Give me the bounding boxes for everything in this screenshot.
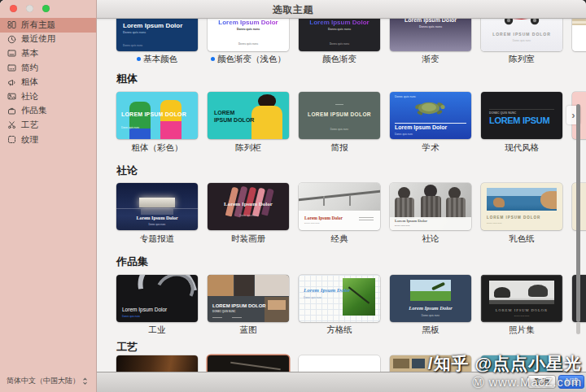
theme-label: 粗体（彩色）: [112, 142, 203, 154]
thumb-subtitle: DONEC QUIS NUNC: [212, 310, 236, 313]
theme-label: 工业: [112, 324, 203, 336]
sidebar-item-label: 所有主题: [21, 20, 55, 31]
theme-label-text: 工业: [149, 324, 166, 334]
theme-label-text: 简报: [331, 142, 348, 152]
thumb-title: LOREM IPSUM: [489, 115, 549, 125]
thumb-title-line2: IPSUM DOLOR: [214, 117, 254, 123]
theme-label-text: 渐变: [422, 54, 440, 63]
sidebar-item-label: 最近使用: [21, 33, 55, 45]
theme-thumbnail-modern[interactable]: DONEC QUIS NUNC LOREM IPSUM: [481, 92, 562, 139]
vertical-scrollbar-track[interactable]: [576, 322, 580, 334]
sidebar-item-bold[interactable]: 粗体: [0, 75, 96, 89]
vertical-scrollbar[interactable]: [576, 104, 580, 322]
art-shape: [212, 317, 222, 318]
theme-label-text: 乳色纸: [509, 233, 535, 243]
art-shape: [268, 300, 286, 310]
art-shape: [487, 188, 557, 211]
thumb-title: Lorem Ipsum Dolor: [304, 287, 351, 294]
theme-label-text: 颜色渐变: [322, 54, 356, 63]
thumb-subtitle: Donec quis nunc: [487, 222, 502, 224]
art-shape: [139, 198, 175, 207]
art-shape: [395, 123, 466, 124]
sea-turtle-icon: [411, 99, 448, 118]
theme-label-text: 学术: [422, 142, 440, 152]
thumb-footnote: Donec quis nunc: [208, 42, 289, 46]
art-shape: [129, 102, 151, 139]
theme-thumbnail-photo-album[interactable]: LOREM IPSUM DOLOR Donec quis nunc: [481, 275, 562, 322]
theme-label-text: 经典: [331, 233, 348, 243]
theme-label: 学术: [385, 142, 476, 154]
art-shape: [348, 286, 370, 303]
sidebar-item-label: 工艺: [21, 120, 38, 131]
art-shape: [335, 104, 343, 105]
thumb-title: Lorem Ipsum Dolor: [395, 124, 447, 130]
thumb-title: Lorem Ipsum Dolor: [390, 305, 471, 311]
theme-thumbnail-blueprint[interactable]: LOREM IPSUM DOLOR DONEC QUIS NUNC: [208, 275, 289, 322]
art-shape: [412, 359, 425, 368]
theme-label-text: 方格纸: [326, 324, 352, 334]
sidebar-item-texture[interactable]: 纹理: [0, 133, 96, 147]
theme-thumbnail-classic[interactable]: Lorem Ipsum Dolor Donec quis nunc: [299, 183, 380, 230]
updown-chevron-icon: [82, 377, 88, 385]
theme-label: 时装画册: [203, 233, 294, 245]
theme-label-text: 粗体（彩色）: [132, 142, 183, 152]
section-header-craft: 工艺: [116, 340, 138, 355]
thumb-subtitle: Donec quis nunc: [299, 28, 380, 31]
theme-label: 黑板: [385, 324, 476, 336]
thumb-title: Lorem Ipsum Dolor: [208, 19, 289, 26]
theme-thumbnail-editorial[interactable]: Lorem Ipsum Dolor Donec quis nunc: [390, 183, 471, 230]
theme-thumbnail-industrial[interactable]: Lorem Ipsum Dolor Donec quis nunc: [116, 275, 198, 322]
minimize-button[interactable]: [26, 5, 33, 12]
thumb-subtitle: DONEC QUIS NUNC: [489, 111, 516, 115]
sidebar: 所有主题 最近使用 基本 简约 粗体 社论: [0, 0, 97, 392]
scissors-icon: [7, 120, 16, 129]
theme-label: 蓝图: [203, 324, 294, 336]
thumb-title: Lorem Ipsum Dolor: [304, 216, 343, 220]
theme-label: 社论: [385, 233, 476, 245]
theme-label-text: 黑板: [422, 324, 440, 334]
theme-thumbnail-grid-paper[interactable]: Lorem Ipsum Dolor Donec quis nunc: [299, 275, 380, 322]
sidebar-items: 所有主题 最近使用 基本 简约 粗体 社论: [0, 18, 96, 146]
section-header-bold: 粗体: [116, 72, 138, 86]
theme-label: 经典: [294, 233, 385, 245]
theme-thumbnail-chalkboard[interactable]: Lorem Ipsum Dolor Donec quis nunc: [390, 275, 471, 322]
sidebar-item-craft[interactable]: 工艺: [0, 118, 96, 133]
thumb-title: LOREM IPSUM DOLOR: [481, 308, 562, 312]
art-shape: [395, 198, 414, 219]
thumb-subtitle: Donec quis nunc: [208, 28, 289, 31]
thumb-title-line1: LOREM: [214, 110, 234, 115]
theme-label-text: 蓝图: [240, 324, 257, 334]
theme-thumbnail-bold-color[interactable]: LOREM IPSUM DOLOR Donec quis nunc: [116, 92, 198, 139]
thumb-subtitle: Donec quis nunc: [390, 25, 471, 28]
theme-thumbnail-fashion-book[interactable]: Lorem Ipsum Dolor Donec quis nunc: [208, 183, 289, 230]
sidebar-item-recent[interactable]: 最近使用: [0, 33, 96, 47]
sidebar-item-portfolio[interactable]: 作品集: [0, 104, 96, 119]
art-shape: [141, 209, 173, 215]
art-shape: [230, 362, 281, 371]
theme-label-text: 陈列柜: [235, 142, 261, 152]
art-shape: [540, 191, 557, 209]
art-shape: [446, 198, 466, 219]
thumb-footnote: Donec quis nunc: [395, 133, 413, 136]
art-shape: [494, 287, 510, 298]
thumb-title: LOREM IPSUM DOLOR: [481, 32, 562, 37]
sidebar-item-minimal[interactable]: 简约: [0, 61, 96, 76]
zoom-button[interactable]: [42, 5, 50, 12]
language-selector[interactable]: 简体中文（中国大陆）: [7, 376, 88, 386]
thumb-subtitle: Donec quis nunc: [299, 128, 380, 131]
theme-thumbnail-cream-paper[interactable]: LOREM IPSUM DOLOR Donec quis nunc: [481, 183, 562, 230]
theme-thumbnail-showcase[interactable]: LOREM IPSUM DOLOR: [208, 92, 289, 139]
thumb-title: Lorem Ipsum Dolor: [299, 19, 380, 26]
theme-thumbnail-academic[interactable]: Donec quis nunc Lorem Ipsum Dolor Donec …: [390, 92, 471, 139]
thumb-subtitle: Donec quis nunc: [121, 126, 139, 129]
sidebar-item-all-themes[interactable]: 所有主题: [0, 18, 96, 33]
sidebar-item-basic[interactable]: 基本: [0, 46, 96, 61]
theme-label: 乳色纸: [476, 233, 567, 245]
sidebar-item-editorial[interactable]: 社论: [0, 89, 96, 104]
theme-thumbnail-feature-story[interactable]: Lorem Ipsum Dolor Donec quis nunc: [116, 183, 198, 230]
thumb-subtitle: Donec quis nunc: [123, 31, 146, 34]
close-button[interactable]: [10, 5, 17, 12]
theme-label-text: 基本颜色: [143, 54, 177, 63]
thumb-subtitle: Donec quis nunc: [481, 315, 562, 317]
theme-thumbnail-briefing[interactable]: LOREM IPSUM DOLOR Donec quis nunc: [299, 92, 380, 139]
